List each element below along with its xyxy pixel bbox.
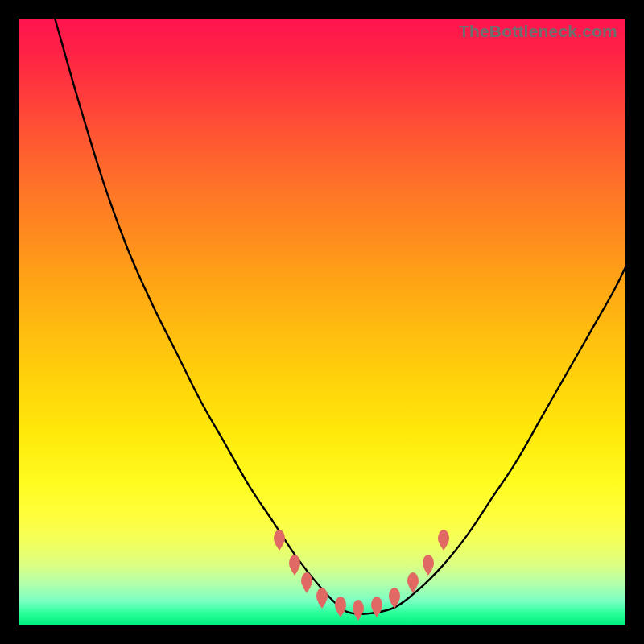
chart-frame: TheBottleneck.com <box>0 0 644 644</box>
curve-path <box>55 19 625 614</box>
plot-area: TheBottleneck.com <box>19 19 625 625</box>
bottleneck-curve <box>19 19 625 625</box>
